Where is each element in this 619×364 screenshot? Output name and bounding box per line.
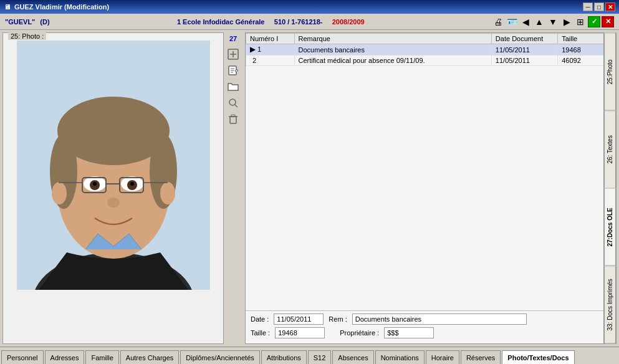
- new-doc-icon[interactable]: [226, 47, 240, 61]
- svg-point-20: [107, 198, 120, 208]
- arrow-down-icon[interactable]: ▼: [547, 16, 559, 28]
- tool-sidebar: 27: [224, 30, 242, 347]
- bottom-tab-horaire[interactable]: Horaire: [426, 350, 459, 364]
- cell-date: 11/05/2011: [491, 44, 557, 55]
- bottom-tab-nominations[interactable]: Nominations: [375, 350, 425, 364]
- date-label: Date :: [251, 315, 269, 323]
- cell-taille: 19468: [558, 44, 606, 55]
- rem-label: Rem :: [329, 315, 347, 323]
- close-button[interactable]: ✕: [605, 2, 615, 11]
- vtab-33-docs-imprimes[interactable]: 33: Docs Imprimés: [604, 266, 616, 344]
- rem-input[interactable]: [352, 314, 527, 325]
- edit-doc-icon[interactable]: [226, 64, 240, 77]
- app-icon: 🖥: [4, 3, 11, 11]
- vtab-26-textes[interactable]: 26: Textes: [604, 111, 616, 189]
- svg-rect-30: [230, 117, 236, 123]
- arrow-right-icon[interactable]: ▶: [560, 16, 573, 28]
- svg-point-7: [52, 182, 67, 204]
- maximize-button[interactable]: □: [594, 2, 604, 11]
- toolbar-icons: 🖨 🪪 ◀ ▲ ▼ ▶ ⊞ ✓ ✕: [492, 16, 614, 28]
- tool-number: 27: [229, 35, 237, 42]
- svg-point-28: [229, 99, 236, 105]
- title-bar: 🖥 GUEZ Vladimir (Modification) ─ □ ✕: [0, 0, 619, 14]
- bottom-tab-s12[interactable]: S12: [308, 350, 332, 364]
- taille-label: Taille :: [251, 329, 270, 337]
- cell-taille: 46092: [558, 55, 606, 66]
- taille-input[interactable]: [275, 327, 325, 338]
- vtab-27-docs-ole[interactable]: 27:Docs OLE: [604, 188, 616, 266]
- confirm-button[interactable]: ✓: [588, 16, 600, 27]
- bottom-tab-personnel[interactable]: Personnel: [1, 350, 44, 364]
- svg-point-8: [160, 182, 175, 204]
- record-ref: 510 / 1-761218-: [274, 18, 323, 26]
- cell-date: 11/05/2011: [491, 55, 557, 66]
- bottom-tab-absences[interactable]: Absences: [332, 350, 373, 364]
- right-vertical-tabs: 25:Photo 26: Textes 27:Docs OLE 33: Docs…: [603, 33, 616, 343]
- bottom-tab-autres-charges[interactable]: Autres Charges: [120, 350, 179, 364]
- bottom-tab-attributions[interactable]: Attributions: [261, 350, 307, 364]
- svg-line-29: [235, 105, 238, 107]
- photo-panel: 25: Photo :: [2, 32, 224, 344]
- svg-rect-32: [231, 115, 235, 117]
- person-photo: [17, 41, 210, 290]
- table-row[interactable]: 2 Certificat médical pour absence 09/11/…: [246, 55, 606, 66]
- grid-icon[interactable]: ⊞: [574, 16, 587, 28]
- bottom-tabs: PersonnelAdressesFamilleAutres ChargesDi…: [0, 347, 619, 364]
- table-row[interactable]: ▶1 Documents bancaires 11/05/2011 19468: [246, 44, 606, 55]
- vtab-25-photo[interactable]: 25:Photo: [604, 33, 616, 111]
- card-icon[interactable]: 🪪: [506, 16, 518, 28]
- bottom-tab-dipl-mes-anciennet-s[interactable]: Diplômes/Anciennetés: [180, 350, 259, 364]
- docs-panel: Numéro I Remarque Date Document Taille ▶…: [245, 32, 617, 344]
- school-year: 2008/2009: [332, 18, 365, 26]
- arrow-left-icon[interactable]: ◀: [519, 16, 532, 28]
- record-code: "GUEVL": [5, 18, 35, 26]
- record-type: (D): [40, 18, 49, 26]
- col-header-date: Date Document: [491, 34, 557, 44]
- delete-doc-icon[interactable]: [226, 112, 240, 126]
- proprietaire-input[interactable]: [384, 327, 434, 338]
- documents-table-wrapper[interactable]: Numéro I Remarque Date Document Taille ▶…: [246, 33, 606, 310]
- search-doc-icon[interactable]: [226, 96, 240, 110]
- col-header-taille: Taille: [558, 34, 606, 44]
- svg-point-13: [93, 182, 97, 186]
- open-doc-icon[interactable]: [226, 80, 240, 93]
- school-name: 1 Ecole Infodidac Générale: [177, 18, 265, 26]
- col-header-remarque: Remarque: [294, 34, 491, 44]
- cancel-button[interactable]: ✕: [602, 16, 614, 27]
- cell-numero: 2: [246, 55, 295, 66]
- arrow-up-icon[interactable]: ▲: [533, 16, 545, 28]
- main-content: 25: Photo :: [0, 30, 619, 347]
- col-header-numero: Numéro I: [246, 34, 295, 44]
- bottom-tab-photo-textes-docs[interactable]: Photo/Textes/Docs: [502, 350, 574, 364]
- info-bar: "GUEVL" (D) 1 Ecole Infodidac Générale 5…: [0, 14, 619, 30]
- bottom-tab-famille[interactable]: Famille: [85, 350, 118, 364]
- window-controls: ─ □ ✕: [583, 2, 615, 11]
- title-bar-text: GUEZ Vladimir (Modification): [14, 3, 109, 11]
- cell-remarque: Documents bancaires: [294, 44, 491, 55]
- proprietaire-label: Propriétaire :: [340, 329, 379, 337]
- bottom-tab-r-serves[interactable]: Réserves: [461, 350, 501, 364]
- print-icon[interactable]: 🖨: [492, 16, 504, 28]
- bottom-fields: Date : Rem : Taille : Propriétaire :: [246, 310, 616, 343]
- bottom-tab-adresses[interactable]: Adresses: [45, 350, 85, 364]
- photo-panel-label: 25: Photo :: [8, 32, 46, 40]
- cell-remarque: Certificat médical pour absence 09/11/09…: [294, 55, 491, 66]
- minimize-button[interactable]: ─: [583, 2, 593, 11]
- svg-point-14: [130, 182, 134, 186]
- documents-table: Numéro I Remarque Date Document Taille ▶…: [246, 33, 606, 66]
- cell-numero: ▶1: [246, 44, 295, 55]
- date-input[interactable]: [274, 314, 324, 325]
